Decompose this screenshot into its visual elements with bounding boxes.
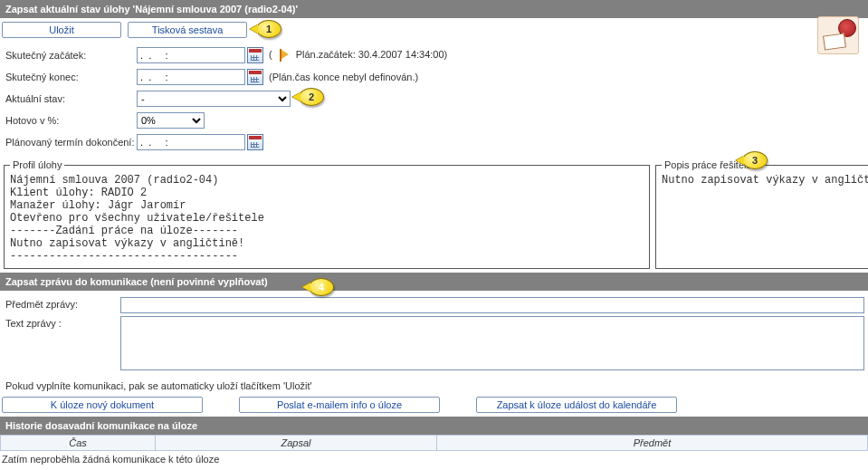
select-percent[interactable]: 0%	[137, 112, 205, 129]
input-actual-start[interactable]	[137, 47, 245, 63]
hint-plan-end: (Plán.čas konce nebyl definován.)	[269, 72, 418, 82]
description-text: Nutno zapisovat výkazy v angličtině!	[662, 174, 868, 187]
message-section-title: Zapsat zprávu do komunikace (není povinn…	[5, 276, 268, 287]
message-note: Pokud vyplníte komunikaci, pak se automa…	[0, 379, 868, 393]
fieldset-description: Popis práce řešitelů Nutno zapisovat výk…	[655, 159, 868, 269]
col-header-time[interactable]: Čas	[0, 435, 155, 451]
action-button-row: K úloze nový dokument Poslat e-mailem in…	[0, 393, 868, 417]
row-actual-end: Skutečný konec: (Plán.čas konce nebyl de…	[4, 67, 864, 87]
message-section-title-bar: Zapsat zprávu do komunikace (není povinn…	[0, 273, 868, 291]
row-body: Text zprávy :	[4, 316, 864, 372]
send-email-button[interactable]: Poslat e-mailem info o úloze	[239, 397, 440, 413]
label-percent: Hotovo v %:	[4, 115, 137, 126]
calendar-icon[interactable]	[247, 69, 263, 85]
form-area: Skutečný začátek: (Plán.začátek: 30.4.20…	[0, 42, 868, 159]
flag-icon	[280, 49, 292, 62]
toolbar: Uložit Tisková sestava 1	[0, 18, 868, 42]
row-state: Aktuální stav: - 2	[4, 89, 864, 109]
row-subject: Předmět zprávy:	[4, 297, 864, 313]
label-body: Text zprávy :	[4, 316, 120, 329]
callout-3: 3	[742, 151, 768, 169]
input-planned-end[interactable]	[137, 134, 245, 150]
callout-4: 4	[309, 278, 334, 296]
label-state: Aktuální stav:	[4, 93, 137, 104]
col-header-user[interactable]: Zapsal	[155, 435, 436, 451]
label-subject: Předmět zprávy:	[4, 297, 120, 310]
input-actual-end[interactable]	[137, 69, 245, 85]
textarea-body[interactable]	[120, 316, 864, 370]
history-empty-text: Zatím neproběhla žádná komunikace k této…	[0, 451, 868, 467]
message-section: Předmět zprávy: Text zprávy :	[0, 291, 868, 379]
details-columns: Profil úlohy Nájemní smlouva 2007 (radio…	[0, 159, 868, 269]
print-report-button[interactable]: Tisková sestava	[128, 22, 247, 38]
calendar-icon[interactable]	[247, 134, 263, 150]
history-title-bar: Historie dosavadní komunikace na úloze	[0, 417, 868, 435]
label-planned-end: Plánovaný termín dokončení:	[4, 137, 137, 148]
history-title: Historie dosavadní komunikace na úloze	[5, 420, 197, 431]
col-header-subject[interactable]: Předmět	[436, 435, 868, 451]
row-actual-start: Skutečný začátek: (Plán.začátek: 30.4.20…	[4, 45, 864, 65]
legend-profile: Profil úlohy	[10, 159, 64, 170]
new-document-button[interactable]: K úloze nový dokument	[2, 397, 203, 413]
callout-1: 1	[256, 20, 281, 38]
callout-2: 2	[299, 88, 324, 106]
row-planned-end: Plánovaný termín dokončení:	[4, 132, 864, 152]
hint-plan-start: (Plán.začátek: 30.4.2007 14:34:00)	[269, 49, 447, 62]
select-state[interactable]: -	[137, 91, 291, 107]
save-button[interactable]: Uložit	[2, 22, 121, 38]
input-subject[interactable]	[120, 297, 864, 313]
profile-text: Nájemní smlouva 2007 (radio2-04) Klient …	[10, 174, 644, 263]
window-title-bar: Zapsat aktuální stav úlohy 'Nájemní smlo…	[0, 0, 868, 18]
fieldset-profile: Profil úlohy Nájemní smlouva 2007 (radio…	[4, 159, 650, 269]
calendar-event-button[interactable]: Zapsat k úloze událost do kalendáře	[476, 397, 677, 413]
label-actual-end: Skutečný konec:	[4, 72, 137, 82]
row-percent: Hotovo v %: 0%	[4, 110, 864, 130]
window-title: Zapsat aktuální stav úlohy 'Nájemní smlo…	[5, 4, 298, 14]
history-table-header: Čas Zapsal Předmět	[0, 435, 868, 451]
calendar-icon[interactable]	[247, 47, 263, 63]
label-actual-start: Skutečný začátek:	[4, 50, 137, 61]
